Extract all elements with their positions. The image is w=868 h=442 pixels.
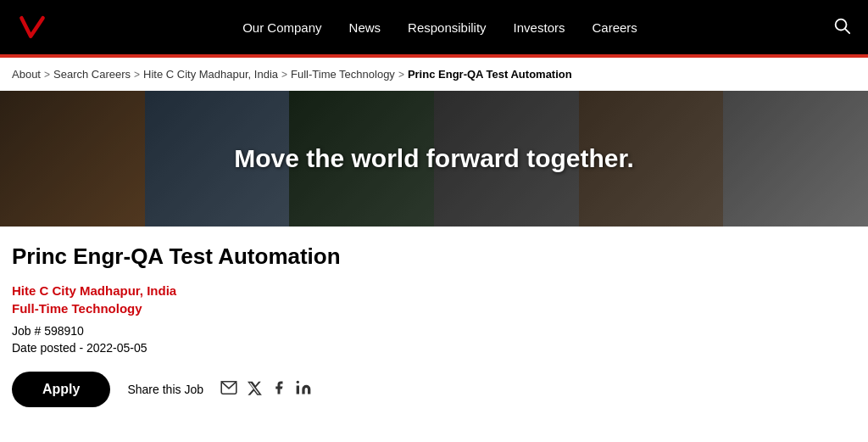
apply-row: Apply Share this Job	[12, 372, 856, 407]
svg-point-4	[297, 380, 299, 383]
hero-banner: Move the world forward together.	[0, 91, 868, 227]
nav-responsibility[interactable]: Responsibility	[408, 20, 487, 35]
breadcrumb-sep-2: >	[134, 69, 140, 81]
job-location-link[interactable]: Hite C City Madhapur, India	[12, 283, 856, 298]
breadcrumb-sep-3: >	[281, 69, 287, 81]
breadcrumb: About > Search Careers > Hite C City Mad…	[0, 58, 868, 91]
site-header: Our Company News Responsibility Investor…	[0, 0, 868, 54]
main-content: Princ Engr-QA Test Automation Hite C Cit…	[0, 227, 868, 424]
breadcrumb-current: Princ Engr-QA Test Automation	[408, 68, 572, 81]
nav-our-company[interactable]: Our Company	[242, 20, 321, 35]
share-icons	[220, 379, 312, 400]
svg-line-1	[845, 29, 849, 33]
svg-rect-3	[297, 385, 299, 394]
share-email-icon[interactable]	[220, 381, 237, 399]
share-twitter-icon[interactable]	[246, 380, 263, 400]
breadcrumb-sep-4: >	[398, 69, 404, 81]
share-facebook-icon[interactable]	[271, 379, 287, 400]
apply-button[interactable]: Apply	[12, 372, 110, 407]
breadcrumb-sep-1: >	[44, 69, 50, 81]
nav-careers[interactable]: Careers	[592, 20, 637, 35]
search-icon[interactable]	[832, 16, 851, 39]
job-number: Job # 598910	[12, 324, 856, 338]
job-type-link[interactable]: Full-Time Technology	[12, 301, 856, 316]
hero-tagline: Move the world forward together.	[234, 144, 634, 173]
breadcrumb-about[interactable]: About	[12, 68, 41, 81]
hero-overlay: Move the world forward together.	[0, 91, 868, 227]
nav-investors[interactable]: Investors	[514, 20, 565, 35]
job-title: Princ Engr-QA Test Automation	[12, 243, 856, 270]
breadcrumb-location[interactable]: Hite C City Madhapur, India	[143, 68, 278, 81]
share-label: Share this Job	[127, 383, 203, 396]
job-date: Date posted - 2022-05-05	[12, 341, 856, 355]
nav-news[interactable]: News	[349, 20, 381, 35]
logo[interactable]	[17, 12, 47, 42]
share-linkedin-icon[interactable]	[295, 379, 312, 400]
breadcrumb-job-type[interactable]: Full-Time Technology	[291, 68, 395, 81]
breadcrumb-search-careers[interactable]: Search Careers	[53, 68, 131, 81]
main-nav: Our Company News Responsibility Investor…	[242, 20, 637, 35]
